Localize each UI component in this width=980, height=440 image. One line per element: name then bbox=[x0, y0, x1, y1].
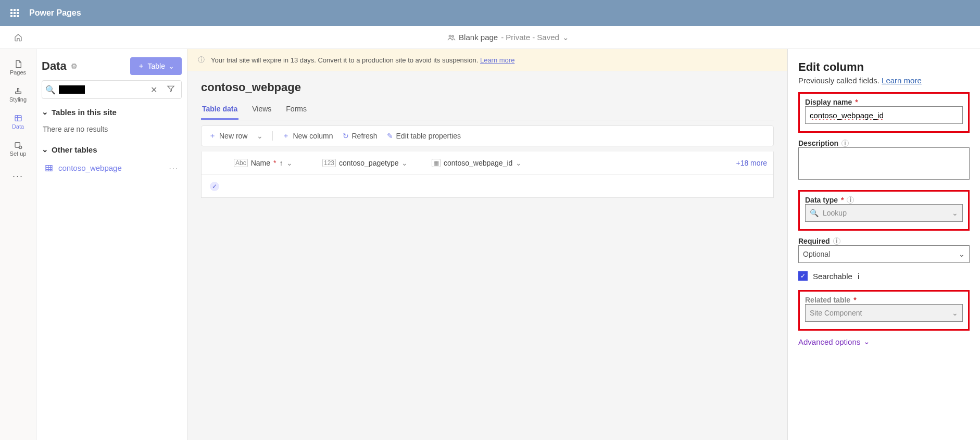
nav-pages[interactable]: Pages bbox=[0, 54, 36, 81]
app-title: Power Pages bbox=[29, 8, 81, 18]
search-value bbox=[59, 85, 85, 94]
lookup-type-icon: ▦ bbox=[432, 159, 441, 167]
tabs: Table data Views Forms bbox=[201, 99, 774, 120]
chevron-down-icon: ⌄ bbox=[863, 337, 870, 346]
waffle-icon[interactable] bbox=[10, 9, 19, 17]
info-icon[interactable]: i bbox=[847, 196, 854, 204]
page-icon bbox=[14, 60, 22, 68]
display-name-label: Display name * bbox=[805, 98, 963, 106]
advanced-options-toggle[interactable]: Advanced options ⌄ bbox=[798, 337, 970, 346]
left-rail: Pages Styling Data Set up ··· bbox=[0, 49, 36, 440]
column-name[interactable]: Abc Name* ↑ ⌄ bbox=[228, 159, 316, 167]
grid-row[interactable]: ✓ bbox=[202, 174, 773, 197]
column-webpage-id[interactable]: ▦ contoso_webpage_id ⌄ bbox=[425, 159, 545, 167]
svg-point-0 bbox=[449, 35, 451, 37]
section-tables-in-site[interactable]: ⌄ Tables in this site bbox=[42, 107, 182, 117]
plus-icon: ＋ bbox=[209, 131, 216, 141]
edit-column-panel: Edit column Previously called fields. Le… bbox=[787, 49, 980, 440]
banner-learn-more-link[interactable]: Learn more bbox=[480, 56, 514, 64]
new-row-button[interactable]: ＋New row bbox=[209, 131, 247, 141]
edit-table-props-button[interactable]: ✎Edit table properties bbox=[387, 132, 461, 140]
chevron-down-icon: ⌄ bbox=[959, 250, 965, 258]
nav-data[interactable]: Data bbox=[0, 108, 36, 135]
banner-text: Your trial site will expire in 13 days. … bbox=[211, 56, 478, 64]
svg-rect-5 bbox=[46, 165, 52, 171]
table-item-contoso-webpage[interactable]: contoso_webpage ··· bbox=[42, 159, 182, 177]
people-icon bbox=[447, 33, 456, 42]
search-box[interactable]: 🔍 ✕ bbox=[42, 80, 182, 99]
table-icon bbox=[14, 114, 22, 122]
grid-header: Abc Name* ↑ ⌄ 123 contoso_pagetype ⌄ ▦ c… bbox=[202, 152, 773, 174]
tab-forms[interactable]: Forms bbox=[285, 99, 308, 120]
chevron-down-icon[interactable]: ⌄ bbox=[257, 132, 263, 140]
filter-icon[interactable] bbox=[164, 84, 178, 95]
sort-asc-icon: ↑ bbox=[280, 159, 283, 167]
search-icon: 🔍 bbox=[45, 85, 56, 95]
info-icon: ⓘ bbox=[198, 55, 205, 65]
chevron-down-icon[interactable]: ⌄ bbox=[562, 33, 569, 42]
ellipsis-icon: ··· bbox=[12, 171, 23, 182]
plus-icon: ＋ bbox=[282, 131, 290, 141]
nav-styling[interactable]: Styling bbox=[0, 81, 36, 108]
number-type-icon: 123 bbox=[322, 159, 336, 167]
required-select[interactable]: Optional ⌄ bbox=[798, 245, 970, 263]
chevron-down-icon: ⌄ bbox=[952, 309, 958, 317]
page-name[interactable]: Blank page bbox=[459, 33, 498, 42]
highlight-related-table: Related table * Site Component ⌄ bbox=[798, 290, 970, 331]
chevron-down-icon: ⌄ bbox=[168, 62, 174, 70]
nav-more[interactable]: ··· bbox=[0, 162, 36, 190]
nav-label: Pages bbox=[10, 69, 26, 76]
nav-setup[interactable]: Set up bbox=[0, 135, 36, 162]
checkbox-checked-icon[interactable]: ✓ bbox=[798, 271, 808, 281]
learn-more-link[interactable]: Learn more bbox=[882, 76, 922, 85]
grid-icon bbox=[45, 164, 53, 172]
add-table-button[interactable]: ＋ Table ⌄ bbox=[130, 57, 182, 75]
description-input[interactable] bbox=[798, 147, 970, 180]
clear-search-icon[interactable]: ✕ bbox=[147, 85, 160, 95]
nav-label: Data bbox=[12, 123, 24, 130]
setup-icon bbox=[14, 141, 22, 149]
searchable-checkbox-row[interactable]: ✓ Searchable i bbox=[798, 271, 970, 281]
more-columns-link[interactable]: +18 more bbox=[730, 159, 773, 167]
chevron-down-icon: ⌄ bbox=[401, 159, 408, 167]
table-toolbar: ＋New row ⌄ ＋New column ↻Refresh ✎Edit ta… bbox=[201, 125, 774, 146]
plus-icon: ＋ bbox=[137, 61, 145, 71]
new-column-button[interactable]: ＋New column bbox=[282, 131, 333, 141]
tab-table-data[interactable]: Table data bbox=[201, 99, 238, 120]
app-header: Power Pages bbox=[0, 0, 980, 26]
table-item-label: contoso_webpage bbox=[58, 164, 122, 172]
table-title: contoso_webpage bbox=[201, 81, 774, 94]
content: ⓘ Your trial site will expire in 13 days… bbox=[187, 49, 787, 440]
chevron-down-icon: ⌄ bbox=[42, 145, 48, 154]
searchable-label: Searchable bbox=[813, 272, 852, 281]
info-icon[interactable]: i bbox=[841, 140, 849, 147]
search-input[interactable] bbox=[88, 85, 144, 94]
section-other-tables[interactable]: ⌄ Other tables bbox=[42, 145, 182, 154]
chevron-down-icon: ⌄ bbox=[516, 159, 522, 167]
text-type-icon: Abc bbox=[234, 159, 248, 167]
related-table-select: Site Component ⌄ bbox=[805, 304, 963, 322]
panel-subtitle: Previously called fields. bbox=[798, 76, 882, 85]
info-icon[interactable]: i bbox=[833, 237, 840, 245]
table-item-more-icon[interactable]: ··· bbox=[169, 164, 179, 172]
row-check-icon[interactable]: ✓ bbox=[210, 182, 219, 191]
sub-header: Blank page - Private - Saved ⌄ bbox=[0, 26, 980, 49]
sidebar: Data ⚙ ＋ Table ⌄ 🔍 ✕ ⌄ Tables in this si… bbox=[36, 49, 187, 440]
brush-icon bbox=[14, 87, 22, 95]
column-pagetype[interactable]: 123 contoso_pagetype ⌄ bbox=[316, 159, 425, 167]
info-icon[interactable]: i bbox=[858, 272, 859, 281]
description-label: Description i bbox=[798, 139, 970, 147]
home-icon[interactable] bbox=[0, 33, 36, 42]
gear-icon[interactable]: ⚙ bbox=[71, 62, 78, 70]
display-name-input[interactable] bbox=[805, 106, 963, 124]
page-status: - Private - Saved bbox=[501, 33, 559, 42]
trial-banner: ⓘ Your trial site will expire in 13 days… bbox=[187, 49, 787, 71]
svg-point-1 bbox=[452, 35, 454, 37]
data-type-label: Data type * i bbox=[805, 196, 963, 204]
refresh-button[interactable]: ↻Refresh bbox=[343, 132, 378, 140]
refresh-icon: ↻ bbox=[343, 132, 349, 140]
tab-views[interactable]: Views bbox=[251, 99, 272, 120]
add-table-label: Table bbox=[148, 62, 165, 70]
related-table-label: Related table * bbox=[805, 296, 963, 304]
highlight-display-name: Display name * bbox=[798, 92, 970, 133]
